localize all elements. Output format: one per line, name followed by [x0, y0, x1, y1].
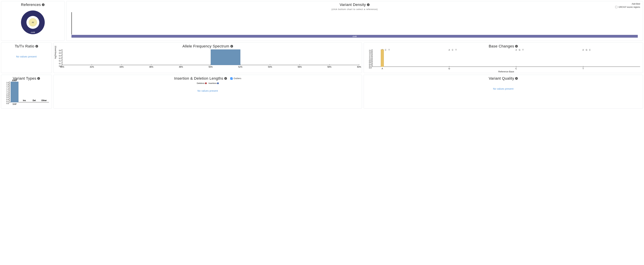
outliers-checkbox[interactable] — [230, 78, 232, 80]
info-icon[interactable]: i — [515, 77, 518, 80]
grch37-checkbox[interactable]: GRCh37 exonic regions — [614, 6, 640, 9]
indel-legend: Deletions Insertions — [56, 82, 360, 84]
base-title: Base Changes i — [366, 44, 641, 48]
axis-y — [372, 50, 372, 67]
variant-type-bar[interactable] — [11, 82, 18, 102]
density-title-text: Variant Density — [340, 2, 366, 7]
density-chart[interactable]: chrM — [72, 12, 638, 38]
legend-deletions: Deletions — [197, 82, 207, 84]
indel-no-values: No values present — [56, 90, 360, 92]
variant-types-panel: Variant Types i 0.00.20.40.60.81.01.21.4… — [1, 75, 52, 108]
density-y-axis — [72, 12, 72, 34]
info-icon[interactable]: i — [37, 77, 40, 80]
references-title-text: References — [21, 2, 41, 7]
tstv-panel: Ts/Tv Ratio i No values present — [1, 42, 52, 73]
references-donut[interactable]: All chrM — [3, 8, 63, 39]
base-chart[interactable]: Reference Base 0.00.20.40.60.81.01.21.41… — [372, 50, 640, 70]
legend-insertions-swatch — [217, 82, 219, 84]
base-changes-panel: Base Changes i Reference Base 0.00.20.40… — [364, 42, 643, 73]
base-title-text: Base Changes — [489, 44, 514, 48]
indel-title: Insertion & Deletion Lengths i Outliers — [56, 76, 360, 81]
qual-title: Variant Quality i — [366, 76, 641, 81]
vtypes-chart[interactable]: 0.00.20.40.60.81.01.21.41.61.82.0SNPSNPI… — [10, 82, 49, 106]
density-title: Variant Density i — [68, 2, 641, 7]
donut-center-label: All — [32, 21, 34, 24]
info-icon[interactable]: i — [224, 77, 227, 80]
add-bed-link[interactable]: Add Bed — [632, 2, 640, 5]
base-change-bar[interactable] — [381, 50, 384, 67]
outliers-label: Outliers — [234, 77, 241, 80]
afs-ylabel: log(frequency) — [54, 46, 56, 59]
grch37-label: GRCh37 exonic regions — [618, 6, 640, 8]
references-title: References i — [3, 2, 63, 7]
tstv-title: Ts/Tv Ratio i — [3, 44, 50, 48]
afs-chart[interactable]: log(frequency) 40%42%44%46%48%50%52%54%5… — [62, 50, 359, 68]
afs-panel: Allele Frequency Spectrum i log(frequenc… — [54, 42, 362, 73]
info-icon[interactable]: i — [36, 45, 38, 48]
info-icon[interactable]: i — [230, 45, 233, 48]
references-panel: References i All chrM — [1, 1, 64, 41]
density-controls: Add Bed GRCh37 exonic regions — [614, 2, 640, 9]
density-ref-band[interactable]: chrM — [72, 35, 638, 38]
indel-title-text: Insertion & Deletion Lengths — [174, 76, 223, 81]
afs-bar[interactable] — [211, 50, 240, 65]
axis-x — [372, 66, 640, 67]
qual-no-values: No values present — [366, 88, 641, 90]
afs-title-text: Allele Frequency Spectrum — [182, 44, 229, 48]
info-icon[interactable]: i — [367, 4, 370, 6]
base-xlabel: Reference Base — [372, 70, 640, 73]
variant-quality-panel: Variant Quality i No values present — [364, 75, 643, 108]
qual-title-text: Variant Quality — [489, 76, 514, 81]
tstv-no-values: No values present — [3, 55, 50, 58]
indel-panel: Insertion & Deletion Lengths i Outliers … — [54, 75, 362, 108]
variant-density-panel: Variant Density i (click bottom chart to… — [66, 1, 643, 41]
afs-title: Allele Frequency Spectrum i — [56, 44, 360, 48]
info-icon[interactable]: i — [42, 4, 44, 6]
legend-deletions-swatch — [205, 82, 207, 84]
info-icon[interactable]: i — [515, 45, 518, 48]
donut-ring-label: chrM — [31, 31, 35, 34]
outliers-control[interactable]: Outliers — [230, 77, 241, 80]
vtypes-title: Variant Types i — [3, 76, 50, 81]
tstv-title-text: Ts/Tv Ratio — [15, 44, 34, 48]
grch37-checkbox-input[interactable] — [615, 6, 618, 8]
legend-insertions: Insertions — [208, 82, 219, 84]
density-subtitle: (click bottom chart to select a referenc… — [68, 8, 641, 10]
